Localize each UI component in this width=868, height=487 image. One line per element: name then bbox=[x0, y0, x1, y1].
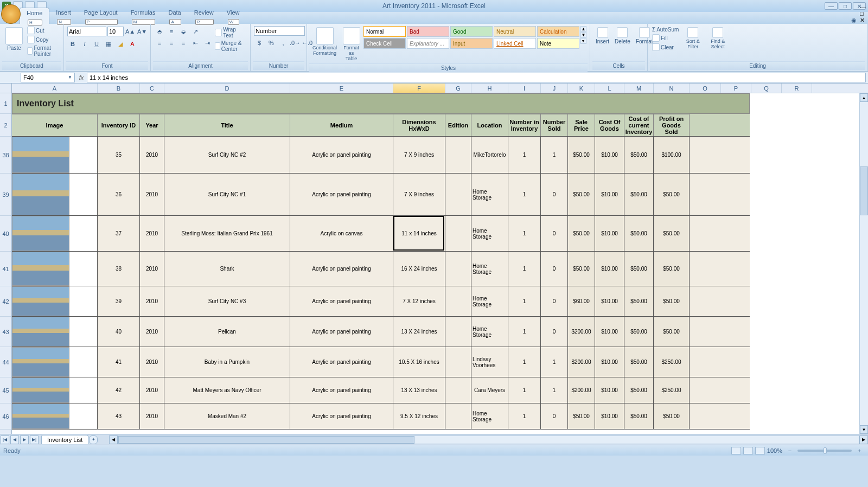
font-size-combo[interactable] bbox=[107, 27, 124, 36]
row-header-39[interactable]: 39 bbox=[0, 174, 11, 216]
cell[interactable]: $50.00 bbox=[654, 403, 690, 429]
cut-button[interactable]: Cut bbox=[26, 26, 60, 35]
format-as-table-button[interactable]: Format as Table bbox=[340, 26, 362, 62]
column-header-O[interactable]: O bbox=[690, 84, 721, 93]
sheet-tab[interactable]: Inventory List bbox=[41, 435, 88, 444]
cell[interactable]: $200.00 bbox=[568, 377, 595, 403]
percent-button[interactable]: % bbox=[266, 37, 277, 48]
cell[interactable]: $10.00 bbox=[595, 403, 624, 429]
cell[interactable]: 0 bbox=[541, 252, 568, 286]
cell[interactable]: 36 bbox=[98, 174, 140, 215]
cell[interactable]: 1 bbox=[508, 347, 541, 377]
cell[interactable]: 1 bbox=[508, 137, 541, 173]
cell[interactable]: 7 X 9 inches bbox=[393, 137, 445, 173]
align-right-button[interactable]: ≡ bbox=[178, 37, 189, 48]
table-row[interactable]: 372010Sterling Moss: Italian Grand Prix … bbox=[12, 216, 750, 252]
tab-formulas[interactable]: FormulasM bbox=[124, 8, 162, 24]
help-icon[interactable]: ◉ bbox=[851, 17, 857, 24]
cell[interactable]: 11 x 14 inches bbox=[393, 216, 445, 251]
workbook-minimize-button[interactable]: — bbox=[860, 4, 866, 10]
cell[interactable]: $50.00 bbox=[624, 317, 654, 347]
cell[interactable]: $50.00 bbox=[624, 286, 654, 316]
tab-data[interactable]: DataA bbox=[162, 8, 187, 24]
row-header-44[interactable]: 44 bbox=[0, 347, 11, 377]
cell[interactable]: $50.00 bbox=[568, 403, 595, 429]
copy-button[interactable]: Copy bbox=[26, 35, 60, 44]
cell[interactable]: $10.00 bbox=[595, 286, 624, 316]
prev-sheet-button[interactable]: ◀ bbox=[10, 435, 19, 444]
maximize-button[interactable]: □ bbox=[839, 2, 852, 10]
cell[interactable]: 42 bbox=[98, 377, 140, 403]
cell[interactable] bbox=[12, 377, 98, 403]
cell[interactable]: $50.00 bbox=[568, 252, 595, 286]
column-header-N[interactable]: N bbox=[654, 84, 690, 93]
select-all-corner[interactable] bbox=[0, 84, 12, 93]
cell[interactable]: $60.00 bbox=[568, 286, 595, 316]
cell[interactable]: $50.00 bbox=[654, 286, 690, 316]
tab-review[interactable]: ReviewR bbox=[188, 8, 220, 24]
cell[interactable] bbox=[12, 216, 98, 251]
style-normal[interactable]: Normal bbox=[363, 26, 406, 37]
row-header-45[interactable]: 45 bbox=[0, 377, 11, 403]
cell[interactable]: Home Storage bbox=[471, 317, 508, 347]
row-header-43[interactable]: 43 bbox=[0, 317, 11, 347]
font-name-combo[interactable] bbox=[67, 27, 106, 36]
table-row[interactable]: 352010Surf City NC #2Acrylic on panel pa… bbox=[12, 137, 750, 174]
style-check-cell[interactable]: Check Cell bbox=[363, 38, 406, 49]
row-header-38[interactable]: 38 bbox=[0, 137, 11, 174]
cell[interactable]: 1 bbox=[508, 286, 541, 316]
cell[interactable]: $10.00 bbox=[595, 137, 624, 173]
cell[interactable]: Home Storage bbox=[471, 174, 508, 215]
cell[interactable] bbox=[445, 286, 471, 316]
increase-decimal-button[interactable]: .0→ bbox=[290, 37, 301, 48]
cell[interactable]: 1 bbox=[508, 317, 541, 347]
cell[interactable]: 1 bbox=[508, 377, 541, 403]
cell[interactable]: 37 bbox=[98, 216, 140, 251]
page-layout-view-button[interactable] bbox=[743, 447, 753, 454]
cell[interactable]: 2010 bbox=[140, 347, 164, 377]
align-middle-button[interactable]: ≡ bbox=[166, 26, 177, 37]
cell[interactable]: $250.00 bbox=[654, 377, 690, 403]
table-row[interactable]: 392010Surf City NC #3Acrylic on panel pa… bbox=[12, 286, 750, 317]
cell[interactable]: Matt Meyers as Navy Officer bbox=[164, 377, 290, 403]
cell[interactable]: $50.00 bbox=[624, 216, 654, 251]
minimize-button[interactable]: — bbox=[825, 2, 838, 10]
cell[interactable]: 7 X 9 inches bbox=[393, 174, 445, 215]
cell[interactable]: 13 X 24 inches bbox=[393, 317, 445, 347]
align-center-button[interactable]: ≡ bbox=[166, 37, 177, 48]
column-header-C[interactable]: C bbox=[140, 84, 164, 93]
style-neutral[interactable]: Neutral bbox=[494, 26, 536, 37]
formula-input[interactable] bbox=[87, 73, 866, 82]
cell[interactable]: Cara Meyers bbox=[471, 377, 508, 403]
cell[interactable]: $10.00 bbox=[595, 317, 624, 347]
cell[interactable] bbox=[12, 174, 98, 215]
column-headers[interactable]: ABCDEFGHIJKLMNOPQR bbox=[12, 84, 868, 93]
zoom-in-button[interactable]: + bbox=[854, 445, 865, 456]
cell[interactable]: $250.00 bbox=[654, 347, 690, 377]
paste-button[interactable]: Paste bbox=[3, 26, 25, 52]
column-header-A[interactable]: A bbox=[12, 84, 98, 93]
column-header-M[interactable]: M bbox=[624, 84, 654, 93]
row-header-1[interactable]: 1 bbox=[0, 93, 11, 114]
format-painter-button[interactable]: Format Painter bbox=[26, 44, 60, 57]
comma-button[interactable]: , bbox=[278, 37, 289, 48]
column-header-L[interactable]: L bbox=[595, 84, 624, 93]
cell[interactable]: 38 bbox=[98, 252, 140, 286]
workbook-restore-button[interactable]: □ bbox=[860, 10, 866, 17]
column-header-D[interactable]: D bbox=[164, 84, 290, 93]
cell[interactable]: Acrylic on panel painting bbox=[290, 347, 393, 377]
style-scroll[interactable]: ▲▼▾ bbox=[580, 26, 586, 44]
cell[interactable]: 16 X 24 inches bbox=[393, 252, 445, 286]
cell[interactable]: Pelican bbox=[164, 317, 290, 347]
column-header-P[interactable]: P bbox=[721, 84, 751, 93]
cell[interactable]: Masked Man #2 bbox=[164, 403, 290, 429]
border-button[interactable]: ▦ bbox=[103, 39, 114, 49]
cell[interactable] bbox=[445, 137, 471, 173]
cell[interactable]: 1 bbox=[508, 403, 541, 429]
font-color-button[interactable]: A bbox=[127, 39, 138, 49]
currency-button[interactable]: $ bbox=[254, 37, 265, 48]
cell[interactable]: Acrylic on panel painting bbox=[290, 317, 393, 347]
cell[interactable]: Home Storage bbox=[471, 403, 508, 429]
cell[interactable] bbox=[12, 403, 98, 429]
column-header-G[interactable]: G bbox=[445, 84, 471, 93]
